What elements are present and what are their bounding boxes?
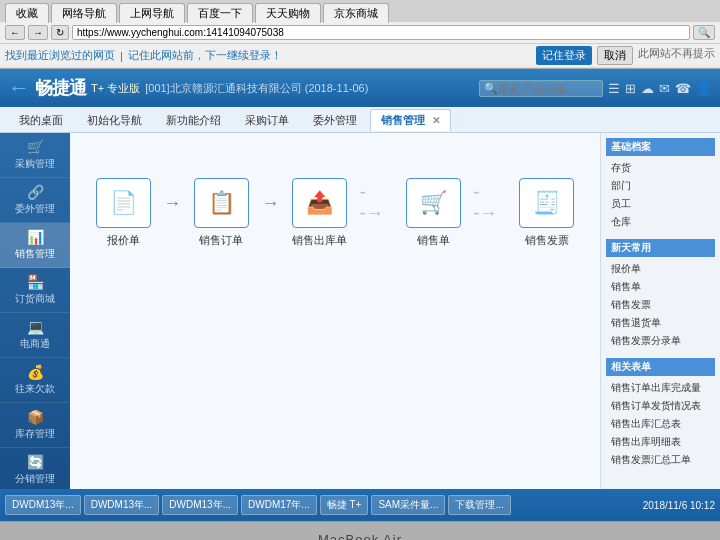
phone-icon[interactable]: ☎	[675, 81, 691, 96]
mac-bottom-bar: MacBook Air	[0, 521, 720, 540]
related-item-5[interactable]: 销售发票汇总工单	[606, 451, 715, 469]
bookmarks-bar: 找到最近浏览过的网页 | 记住此网站前，下一继续登录！ 记住登录 取消 此网站不…	[0, 44, 720, 68]
outsource-icon: 🔗	[27, 184, 44, 200]
basics-item-1[interactable]: 存货	[606, 159, 715, 177]
tab-purchase-order[interactable]: 采购订单	[234, 109, 300, 131]
browser-tab-1[interactable]: 收藏	[5, 3, 49, 23]
content-area: 📄 报价单 → 📋 销售订单 →	[70, 133, 720, 489]
basics-item-4[interactable]: 仓库	[606, 213, 715, 231]
invoice-icon: 🧾	[533, 190, 560, 216]
refresh-button[interactable]: ↻	[51, 25, 69, 40]
browser-chrome: 收藏 网络导航 上网导航 百度一下 天天购物 京东商城 ← → ↻ 🔍 找到最近…	[0, 0, 720, 69]
sidebar-item-distribution[interactable]: 🔄 分销管理	[0, 448, 70, 489]
grid-icon[interactable]: ⊞	[625, 81, 636, 96]
taskbar-btn-7[interactable]: 下载管理...	[448, 495, 510, 515]
common-item-2[interactable]: 销售单	[606, 278, 715, 296]
common-title: 新天常用	[606, 239, 715, 257]
flow-label-sales: 销售单	[417, 233, 450, 248]
back-arrow-icon[interactable]: ←	[8, 75, 30, 101]
common-item-1[interactable]: 报价单	[606, 260, 715, 278]
taskbar-btn-4[interactable]: DWDM17年...	[241, 495, 317, 515]
taskbar-btn-1[interactable]: DWDM13年...	[5, 495, 81, 515]
flow-step-order: 📋 销售订单	[183, 178, 259, 248]
common-item-4[interactable]: 销售退货单	[606, 314, 715, 332]
app-header: ← 畅捷通 T+ 专业版 [001]北京赣源汇通科技有限公司 (2018-11-…	[0, 69, 720, 107]
taskbar-btn-5[interactable]: 畅捷 T+	[320, 495, 369, 515]
sidebar: 🛒 采购管理 🔗 委外管理 📊 销售管理 🏪 订货商城 💻 电商通 💰	[0, 133, 70, 489]
bookmark-1[interactable]: 找到最近浏览过的网页	[5, 48, 115, 63]
sidebar-item-outsource[interactable]: 🔗 委外管理	[0, 178, 70, 223]
flow-label-quote: 报价单	[107, 233, 140, 248]
user-icon[interactable]: 👤	[696, 81, 712, 96]
basics-item-2[interactable]: 部门	[606, 177, 715, 195]
system-time: 2018/11/6 10:12	[643, 500, 715, 511]
sidebar-item-inventory[interactable]: 📦 库存管理	[0, 403, 70, 448]
url-bar[interactable]	[72, 25, 690, 40]
sidebar-item-purchase[interactable]: 🛒 采购管理	[0, 133, 70, 178]
flow-step-sales: 🛒 销售单	[395, 178, 471, 248]
search-icon: 🔍	[484, 82, 498, 95]
app-container: ← 畅捷通 T+ 专业版 [001]北京赣源汇通科技有限公司 (2018-11-…	[0, 69, 720, 489]
browser-tab-5[interactable]: 天天购物	[255, 3, 321, 23]
bookmark-2[interactable]: 记住此网站前，下一继续登录！	[128, 48, 282, 63]
flow-icon-order[interactable]: 📋	[194, 178, 249, 228]
forward-button[interactable]: →	[28, 25, 48, 40]
related-item-2[interactable]: 销售订单发货情况表	[606, 397, 715, 415]
tab-outsource[interactable]: 委外管理	[302, 109, 368, 131]
browser-tab-3[interactable]: 上网导航	[119, 3, 185, 23]
inventory-icon: 📦	[27, 409, 44, 425]
header-icons: ☰ ⊞ ☁ ✉ ☎ 👤	[608, 81, 712, 96]
sidebar-label-shop: 订货商城	[15, 292, 55, 306]
browser-tab-4[interactable]: 百度一下	[187, 3, 253, 23]
taskbar-btn-2[interactable]: DWDM13年...	[84, 495, 160, 515]
flow-label-order: 销售订单	[199, 233, 243, 248]
sidebar-item-ecommerce[interactable]: 💻 电商通	[0, 313, 70, 358]
shop-icon: 🏪	[27, 274, 44, 290]
common-item-3[interactable]: 销售发票	[606, 296, 715, 314]
common-item-5[interactable]: 销售发票分录单	[606, 332, 715, 350]
sidebar-label-sales: 销售管理	[15, 247, 55, 261]
app-version: T+ 专业版	[91, 81, 140, 96]
browser-tab-6[interactable]: 京东商城	[323, 3, 389, 23]
tab-new-features[interactable]: 新功能介绍	[155, 109, 232, 131]
browser-tab-2[interactable]: 网络导航	[51, 3, 117, 23]
related-item-3[interactable]: 销售出库汇总表	[606, 415, 715, 433]
flow-icon-outbound[interactable]: 📤	[292, 178, 347, 228]
tab-close-icon[interactable]: ✕	[432, 115, 440, 126]
outbound-icon: 📤	[306, 190, 333, 216]
taskbar-btn-3[interactable]: DWDM13年...	[162, 495, 238, 515]
tab-init[interactable]: 初始化导航	[76, 109, 153, 131]
cancel-btn[interactable]: 取消	[597, 46, 633, 65]
cloud-icon[interactable]: ☁	[641, 81, 654, 96]
sidebar-item-sales[interactable]: 📊 销售管理	[0, 223, 70, 268]
related-item-1[interactable]: 销售订单出库完成量	[606, 379, 715, 397]
arrow-3: - -→	[360, 182, 393, 244]
flow-icon-invoice[interactable]: 🧾	[519, 178, 574, 228]
basics-item-3[interactable]: 员工	[606, 195, 715, 213]
taskbar-right: 2018/11/6 10:12	[643, 500, 715, 511]
search-input[interactable]	[498, 82, 598, 94]
flow-step-outbound: 📤 销售出库单	[282, 178, 358, 248]
right-panel: 基础档案 存货 部门 员工 仓库 新天常用 报价单 销售单 销售发票 销售退货单…	[600, 133, 720, 489]
related-item-4[interactable]: 销售出库明细表	[606, 433, 715, 451]
menu-icon[interactable]: ☰	[608, 81, 620, 96]
mail-icon[interactable]: ✉	[659, 81, 670, 96]
flow-icon-quote[interactable]: 📄	[96, 178, 151, 228]
remember-login-btn[interactable]: 记住登录	[536, 46, 592, 65]
sidebar-item-shop[interactable]: 🏪 订货商城	[0, 268, 70, 313]
back-button[interactable]: ←	[5, 25, 25, 40]
no-prompt-text: 此网站不再提示	[638, 46, 715, 65]
taskbar-btn-6[interactable]: SAM采件量...	[371, 495, 445, 515]
header-right: 🔍 ☰ ⊞ ☁ ✉ ☎ 👤	[479, 80, 712, 97]
distribution-icon: 🔄	[27, 454, 44, 470]
sales-icon: 📊	[27, 229, 44, 245]
flow-diagram: 📄 报价单 → 📋 销售订单 →	[85, 178, 585, 248]
tab-sales[interactable]: 销售管理 ✕	[370, 109, 451, 131]
flow-icon-sales[interactable]: 🛒	[406, 178, 461, 228]
app-logo: 畅捷通	[35, 76, 86, 100]
search-box[interactable]: 🔍	[479, 80, 603, 97]
tab-home[interactable]: 我的桌面	[8, 109, 74, 131]
main-content: 📄 报价单 → 📋 销售订单 →	[70, 133, 600, 489]
search-browser-button[interactable]: 🔍	[693, 25, 715, 40]
sidebar-item-receivable[interactable]: 💰 往来欠款	[0, 358, 70, 403]
